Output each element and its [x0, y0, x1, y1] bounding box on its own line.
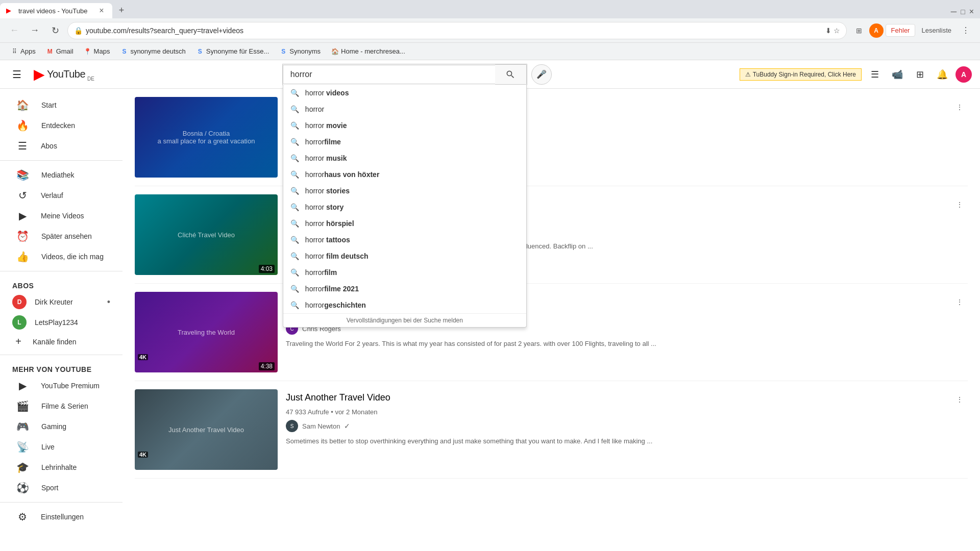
sidebar-item-abos[interactable]: ☰ Abos [4, 136, 118, 156]
download-icon[interactable]: ⬇ [825, 27, 831, 35]
bookmark-gmail[interactable]: M Gmail [42, 46, 78, 57]
video-options-button-2[interactable]: ⋮ [951, 294, 968, 310]
sidebar-label-entdecken: Entdecken [41, 121, 75, 130]
bookmark-home-label: Home - merchresea... [341, 47, 405, 55]
sidebar-label-liked: Videos, die ich mag [41, 253, 104, 261]
yt-list-view-button[interactable]: ☰ [866, 65, 884, 84]
address-bar-container: 🔒 ⬇ ☆ [67, 22, 847, 39]
video-options-button-3[interactable]: ⋮ [951, 391, 968, 408]
sidebar-item-spaeter[interactable]: ⏰ Später ansehen [4, 226, 118, 246]
sidebar-item-live[interactable]: 📡 Live [4, 437, 118, 457]
address-bar-input[interactable] [86, 27, 822, 35]
tab-close-button[interactable]: × [97, 6, 106, 15]
autocomplete-item-2[interactable]: 🔍 horror movie [283, 117, 526, 134]
address-bar-icons: ⬇ ☆ [825, 27, 840, 35]
sidebar-item-einstellungen[interactable]: ⚙ Einstellungen [4, 507, 118, 527]
video-thumbnail-2[interactable]: Traveling the World 4:38 4K [135, 292, 278, 372]
sidebar-toggle-button[interactable]: ☰ [8, 64, 26, 85]
sidebar-item-liked[interactable]: 👍 Videos, die ich mag [4, 246, 118, 267]
autocomplete-item-13[interactable]: 🔍 horrorgeschichten [283, 297, 526, 313]
sidebar-label-einstellungen: Einstellungen [41, 513, 84, 521]
bookmark-home[interactable]: 🏠 Home - merchresea... [327, 46, 409, 57]
sidebar-divider-2 [0, 271, 122, 271]
sidebar-sub-item-letsplay[interactable]: L LetsPlay1234 [0, 312, 122, 333]
sidebar-item-sport[interactable]: ⚽ Sport [4, 478, 118, 498]
yt-search-input[interactable] [283, 65, 495, 84]
sidebar-sub-item-dirk[interactable]: D Dirk Kreuter • [0, 292, 122, 312]
fehler-button[interactable]: Fehler [886, 24, 916, 37]
video-thumbnail-0[interactable]: Bosnia / Croatiaa small place for a grea… [135, 97, 278, 178]
extensions-button[interactable]: ⊞ [851, 22, 867, 39]
autocomplete-item-12[interactable]: 🔍 horrorfilme 2021 [283, 281, 526, 297]
autocomplete-search-icon-4: 🔍 [290, 154, 299, 162]
dirk-avatar: D [12, 295, 27, 309]
yt-user-avatar[interactable]: A [955, 66, 972, 83]
video-options-button-1[interactable]: ⋮ [951, 196, 968, 213]
video-thumbnail-1[interactable]: Cliché Travel Video 4:03 [135, 194, 278, 275]
sidebar-item-filme[interactable]: 🎬 Filme & Serien [4, 396, 118, 416]
autocomplete-footer[interactable]: Vervollständigungen bei der Suche melden [283, 313, 526, 327]
reload-button[interactable]: ↻ [47, 22, 63, 39]
leseliste-button[interactable]: Lesenliste [917, 24, 955, 36]
back-button[interactable]: ← [6, 22, 22, 39]
autocomplete-text-0: horror videos [305, 89, 349, 97]
bookmark-synonyms[interactable]: S Synonyms [275, 46, 325, 57]
yt-create-button[interactable]: 📹 [888, 65, 906, 84]
sidebar-item-gaming[interactable]: 🎮 Gaming [4, 416, 118, 437]
channel-name-3[interactable]: Sam Newton [302, 422, 340, 430]
yt-search-button[interactable] [495, 64, 527, 85]
video-options-button-0[interactable]: ⋮ [951, 99, 968, 115]
autocomplete-item-8[interactable]: 🔍 horror hörspiel [283, 215, 526, 232]
minimize-button[interactable]: ─ [951, 7, 957, 16]
video-thumbnail-3[interactable]: Just Another Travel Video 4K [135, 389, 278, 470]
sidebar-item-verlauf[interactable]: ↺ Verlauf [4, 185, 118, 206]
autocomplete-search-icon-3: 🔍 [290, 138, 299, 146]
settings-menu-button[interactable]: ⋮ [958, 22, 974, 39]
autocomplete-item-0[interactable]: 🔍 horror videos [283, 85, 526, 101]
bookmark-maps[interactable]: 📍 Maps [80, 46, 114, 57]
autocomplete-item-7[interactable]: 🔍 horror story [283, 199, 526, 215]
bookmark-synonyme-esse[interactable]: S Synonyme für Esse... [192, 46, 274, 57]
bookmark-gmail-label: Gmail [56, 47, 74, 55]
sidebar-divider-1 [0, 160, 122, 161]
close-window-button[interactable]: × [969, 7, 974, 16]
video-item-2: Traveling the World 4:38 4K Traveling th… [135, 284, 968, 381]
maximize-button[interactable]: □ [961, 8, 965, 16]
forward-button[interactable]: → [27, 22, 43, 39]
autocomplete-item-6[interactable]: 🔍 horror stories [283, 183, 526, 199]
autocomplete-item-10[interactable]: 🔍 horror film deutsch [283, 248, 526, 264]
autocomplete-item-4[interactable]: 🔍 horror musik [283, 150, 526, 166]
sidebar-item-lehrinhalte[interactable]: 🎓 Lehrinhalte [4, 457, 118, 478]
yt-voice-search-button[interactable]: 🎤 [531, 64, 552, 85]
user-profile-button[interactable]: A [869, 23, 884, 38]
sidebar-find-channels-button[interactable]: + Kanäle finden [0, 333, 122, 350]
tubebuddy-banner[interactable]: ⚠ TuBuddy Sign-in Required, Click Here [740, 68, 862, 81]
youtube-app: ☰ ▶ YouTube DE 🔍 horror videos [0, 60, 980, 551]
sidebar-item-entdecken[interactable]: 🔥 Entdecken [4, 115, 118, 136]
yt-notifications-button[interactable]: 🔔 [933, 65, 951, 84]
video-duration-1: 4:03 [259, 265, 275, 273]
video-title-3[interactable]: Just Another Travel Video [286, 391, 390, 404]
history-icon: ↺ [16, 189, 29, 202]
sidebar-label-start: Start [41, 101, 57, 109]
autocomplete-item-11[interactable]: 🔍 horrorfilm [283, 264, 526, 281]
sidebar-item-start[interactable]: 🏠 Start [4, 95, 118, 115]
sidebar-item-meine-videos[interactable]: ▶ Meine Videos [4, 206, 118, 226]
bookmark-star-icon[interactable]: ☆ [834, 27, 840, 35]
autocomplete-item-5[interactable]: 🔍 horrorhaus von höxter [283, 166, 526, 183]
yt-apps-button[interactable]: ⊞ [911, 65, 929, 84]
autocomplete-search-icon-7: 🔍 [290, 203, 299, 211]
bookmarks-bar: ⠿ Apps M Gmail 📍 Maps S synonyme deutsch… [0, 43, 980, 60]
autocomplete-item-9[interactable]: 🔍 horror tattoos [283, 232, 526, 248]
yt-logo[interactable]: ▶ YouTube DE [34, 66, 94, 83]
autocomplete-item-3[interactable]: 🔍 horrorfilme [283, 134, 526, 150]
active-tab[interactable]: ▶ travel videos - YouTube × [0, 3, 112, 18]
autocomplete-item-1[interactable]: 🔍 horror [283, 101, 526, 117]
bookmark-synonyme-de[interactable]: S synonyme deutsch [116, 46, 189, 57]
yt-content: Bosnia / Croatiaa small place for a grea… [122, 89, 980, 551]
tubebuddy-warning-icon: ⚠ [745, 71, 751, 78]
new-tab-button[interactable]: + [114, 3, 129, 17]
sidebar-item-mediathek[interactable]: 📚 Mediathek [4, 165, 118, 185]
sidebar-item-youtube-premium[interactable]: ▶ YouTube Premium [4, 375, 118, 396]
bookmark-apps[interactable]: ⠿ Apps [6, 46, 40, 57]
